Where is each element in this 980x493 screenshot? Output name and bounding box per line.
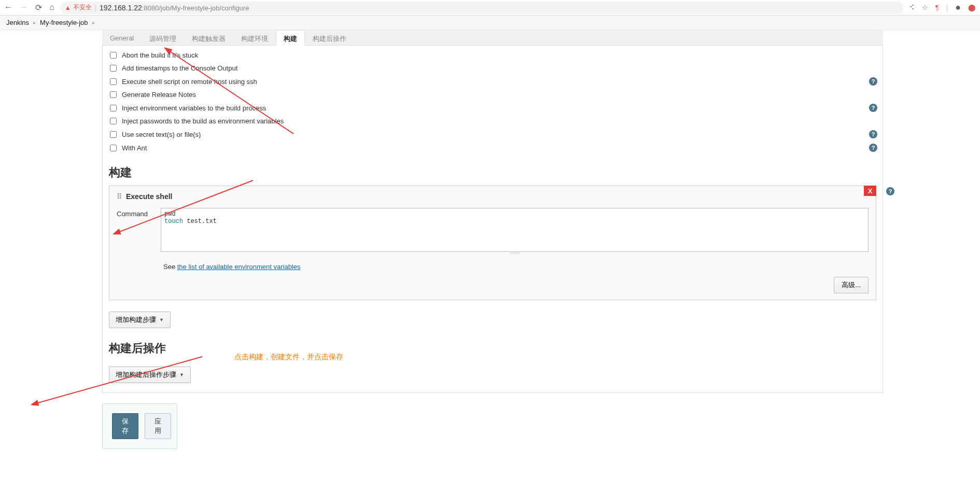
label-release-notes: Generate Release Notes [122,91,196,98]
checkbox-inject-env[interactable] [110,105,117,111]
account-icon[interactable]: ● [955,2,961,13]
build-step-header: ⠿ Execute shell [117,192,869,201]
build-env-options: Abort the build if it's stuck Add timest… [103,46,883,158]
checkbox-timestamps[interactable] [110,65,117,72]
option-abort-stuck: Abort the build if it's stuck [108,49,877,62]
help-icon[interactable]: ? [869,104,877,112]
config-tabs: General 源码管理 构建触发器 构建环境 构建 构建后操作 [102,30,883,46]
advanced-button[interactable]: 高级... [834,277,869,293]
back-icon[interactable]: ← [4,3,12,12]
star-icon[interactable]: ☆ [922,4,928,11]
add-build-step-button[interactable]: 增加构建步骤 ▼ [109,312,171,328]
label-secret-text: Use secret text(s) or file(s) [122,131,201,138]
add-post-build-step-label: 增加构建后操作步骤 [116,370,176,379]
help-icon[interactable]: ? [886,187,894,195]
url-separator: | [95,4,96,11]
breadcrumb: Jenkins ▸ My-freestyle-job ▸ [0,16,980,30]
tab-scm[interactable]: 源码管理 [142,30,184,45]
checkbox-inject-pwd[interactable] [110,118,117,124]
chevron-down-icon: ▼ [179,372,184,377]
checkbox-abort-stuck[interactable] [110,52,117,59]
build-step-title: Execute shell [126,192,173,201]
label-timestamps: Add timestamps to the Console Output [122,64,237,72]
save-button[interactable]: 保存 [112,413,138,439]
env-vars-link[interactable]: the list of available environment variab… [177,263,301,271]
home-icon[interactable]: ⌂ [49,3,54,12]
breadcrumb-sep-icon: ▸ [33,20,36,25]
see-prefix: See [163,263,177,271]
option-with-ant: With Ant ? [108,141,877,154]
tab-post-build[interactable]: 构建后操作 [305,30,354,45]
label-inject-env: Inject environment variables to the buil… [122,104,266,112]
advanced-row: 高级... [117,277,869,293]
build-section-heading: 构建 [103,158,883,186]
address-bar[interactable]: ▲ 不安全 | 192.168.1.22:8080/job/My-freesty… [61,2,903,14]
checkbox-release-notes[interactable] [110,91,117,98]
warning-icon: ▲ [65,4,71,11]
insecure-badge: ▲ 不安全 [65,3,92,12]
more-icon[interactable]: ⬤ [968,4,976,11]
browser-right-icons: ⠪ ☆ ¶ | ● ⬤ [909,2,976,13]
annotation-text: 点击构建，创建文件，并点击保存 [234,353,343,362]
help-icon[interactable]: ? [869,130,877,138]
tab-build-env[interactable]: 构建环境 [233,30,276,45]
reload-icon[interactable]: ⟳ [35,3,42,12]
command-area: pwd touch test.txt ═══ [161,208,869,256]
option-inject-pwd: Inject passwords to the build as environ… [108,115,877,128]
add-post-build-step-button[interactable]: 增加构建后操作步骤 ▼ [109,367,191,383]
url-text: 192.168.1.22:8080/job/My-freestyle-job/c… [100,4,249,12]
browser-toolbar: ← → ⟳ ⌂ ▲ 不安全 | 192.168.1.22:8080/job/My… [0,0,980,16]
drag-handle-icon[interactable]: ⠿ [117,192,121,201]
post-build-section-heading: 构建后操作 [103,333,883,361]
chevron-down-icon: ▼ [159,317,164,322]
build-step-execute-shell: X ? ⠿ Execute shell Command pwd touch te… [109,186,876,300]
see-env-vars: See the list of available environment va… [117,263,869,271]
help-icon[interactable]: ? [869,77,877,86]
option-secret-text: Use secret text(s) or file(s) ? [108,128,877,141]
command-row: Command pwd touch test.txt ═══ [117,208,869,256]
page-content: General 源码管理 构建触发器 构建环境 构建 构建后操作 Abort t… [0,30,980,449]
add-build-step-label: 增加构建步骤 [116,315,156,325]
breadcrumb-jenkins[interactable]: Jenkins [6,19,29,26]
forward-icon[interactable]: → [20,3,28,12]
pilcrow-icon[interactable]: ¶ [935,4,939,11]
tab-build[interactable]: 构建 [276,30,305,46]
apply-button[interactable]: 应用 [145,413,171,439]
nav-icons: ← → ⟳ ⌂ [4,3,54,12]
checkbox-ssh-shell[interactable] [110,78,117,85]
label-with-ant: With Ant [122,144,147,152]
option-ssh-shell: Execute shell script on remote host usin… [108,75,877,88]
breadcrumb-job[interactable]: My-freestyle-job [40,19,88,26]
command-textarea[interactable]: pwd touch test.txt [161,208,869,252]
config-content: Abort the build if it's stuck Add timest… [102,46,883,393]
button-footer: 保存 应用 [102,403,177,449]
breadcrumb-sep-icon: ▸ [92,20,95,25]
tab-general[interactable]: General [102,30,142,45]
checkbox-with-ant[interactable] [110,145,117,151]
tab-triggers[interactable]: 构建触发器 [184,30,233,45]
label-inject-pwd: Inject passwords to the build as environ… [122,117,284,125]
label-abort-stuck: Abort the build if it's stuck [122,51,198,59]
translate-icon[interactable]: ⠪ [909,4,915,11]
help-icon[interactable]: ? [869,144,877,152]
insecure-label: 不安全 [73,3,92,12]
label-ssh-shell: Execute shell script on remote host usin… [122,78,257,86]
delete-step-button[interactable]: X [864,186,876,196]
option-release-notes: Generate Release Notes [108,88,877,101]
option-timestamps: Add timestamps to the Console Output [108,62,877,75]
option-inject-env: Inject environment variables to the buil… [108,101,877,115]
command-label: Command [117,208,150,218]
checkbox-secret-text[interactable] [110,131,117,138]
